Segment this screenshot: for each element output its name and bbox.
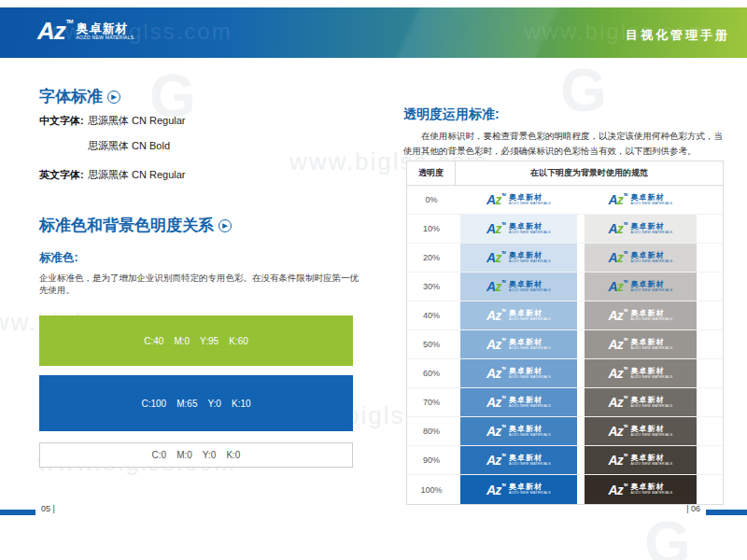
- transparency-percent: 20%: [407, 244, 456, 272]
- logo-sample-swatch: AzTM奥卓新材AOZO NEW MATERIALS: [585, 475, 697, 504]
- brand-logo: AzTM奥卓新材AOZO NEW MATERIALS: [609, 251, 673, 264]
- table-row: 30%AzTM奥卓新材AOZO NEW MATERIALSAzTM奥卓新材AOZ…: [407, 273, 723, 301]
- brand-logo: AzTM奥卓新材AOZO NEW MATERIALS: [609, 396, 673, 409]
- logo-name-cn: 奥卓新材: [509, 339, 551, 346]
- logo-sample-swatch: AzTM奥卓新材AOZO NEW MATERIALS: [585, 244, 697, 272]
- logo-mark: AzTM: [609, 396, 627, 409]
- table-row: 10%AzTM奥卓新材AOZO NEW MATERIALSAzTM奥卓新材AOZ…: [407, 215, 723, 244]
- logo-tm: TM: [624, 309, 627, 313]
- logo-tm: TM: [501, 367, 505, 371]
- table-header-row: 透明度 在以下明度为背景时使用的规范: [407, 161, 723, 186]
- logo-sample-swatch: AzTM奥卓新材AOZO NEW MATERIALS: [460, 388, 577, 416]
- logo-mark: AzTM: [486, 454, 505, 467]
- logo-sample-swatch: AzTM奥卓新材AOZO NEW MATERIALS: [460, 475, 577, 504]
- logo-name-en: AOZO NEW MATERIALS: [630, 260, 672, 264]
- brand-logo: AzTM奥卓新材AOZO NEW MATERIALS: [486, 280, 551, 293]
- logo-tm: TM: [501, 280, 505, 284]
- logo-sample-swatch: AzTM奥卓新材AOZO NEW MATERIALS: [460, 301, 577, 329]
- logo-name-cn: 奥卓新材: [630, 310, 672, 317]
- cmyk-value: C:40 M:0 Y:95 K:60: [144, 336, 248, 346]
- header-bar: www.biglss.com www.biglss.com AzTM奥卓新材AO…: [0, 7, 747, 58]
- logo-mark: AzTM: [609, 454, 627, 467]
- brand-logo: AzTM奥卓新材AOZO NEW MATERIALS: [486, 309, 551, 322]
- color-swatch-white: C:0 M:0 Y:0 K:0: [39, 442, 353, 468]
- logo-mark: AzTM: [609, 338, 627, 351]
- brand-logo: AzTM奥卓新材AOZO NEW MATERIALS: [609, 367, 673, 380]
- transparency-table: 透明度 在以下明度为背景时使用的规范 0%AzTM奥卓新材AOZO NEW MA…: [406, 161, 724, 505]
- logo-name-cn: 奥卓新材: [509, 252, 551, 259]
- logo-tm: TM: [624, 338, 627, 342]
- logo-name-en: AOZO NEW MATERIALS: [630, 376, 672, 380]
- logo-name-en: AOZO NEW MATERIALS: [76, 35, 134, 40]
- logo-tm: TM: [501, 396, 505, 399]
- play-icon: ▶: [107, 91, 120, 104]
- watermark-logo-icon: G: [644, 509, 691, 560]
- transparency-percent: 50%: [407, 330, 456, 358]
- logo-mark: AzTM: [609, 193, 627, 206]
- font-label-en: 英文字体:: [39, 168, 88, 182]
- logo-tm: TM: [624, 425, 627, 428]
- table-row: 40%AzTM奥卓新材AOZO NEW MATERIALSAzTM奥卓新材AOZ…: [407, 301, 723, 330]
- table-row: 90%AzTM奥卓新材AOZO NEW MATERIALSAzTM奥卓新材AOZ…: [407, 446, 723, 475]
- font-value: 思源黑体 CN Regular: [88, 169, 186, 180]
- cmyk-value: C:100 M:65 Y:0 K:10: [141, 399, 250, 409]
- font-value: 思源黑体 CN Regular: [88, 115, 186, 126]
- logo-sample-swatch: AzTM奥卓新材AOZO NEW MATERIALS: [585, 359, 697, 387]
- logo-mark: AzTM: [609, 222, 627, 235]
- logo-name-en: AOZO NEW MATERIALS: [509, 347, 551, 351]
- logo-name-en: AOZO NEW MATERIALS: [509, 231, 551, 235]
- logo-name-cn: 奥卓新材: [509, 455, 551, 462]
- logo-name-cn: 奥卓新材: [630, 339, 672, 346]
- brand-logo: AzTM奥卓新材AOZO NEW MATERIALS: [486, 454, 551, 467]
- table-row: 20%AzTM奥卓新材AOZO NEW MATERIALSAzTM奥卓新材AOZ…: [407, 244, 723, 273]
- logo-name-en: AOZO NEW MATERIALS: [509, 318, 551, 322]
- logo-mark: AzTM: [609, 483, 627, 497]
- section-title-colors: 标准色和背景色明度关系 ▶: [39, 215, 232, 236]
- logo-name-cn: 奥卓新材: [630, 194, 672, 202]
- brand-logo: AzTM奥卓新材AOZO NEW MATERIALS: [486, 222, 551, 235]
- logo-mark: AzTM: [609, 280, 627, 293]
- table-row: 50%AzTM奥卓新材AOZO NEW MATERIALSAzTM奥卓新材AOZ…: [407, 330, 723, 359]
- logo-name-en: AOZO NEW MATERIALS: [509, 260, 551, 264]
- subsection-title: 标准色:: [39, 250, 78, 266]
- footer-bar-left: [0, 510, 35, 515]
- logo-name-cn: 奥卓新材: [630, 368, 672, 375]
- logo-sample-swatch: AzTM奥卓新材AOZO NEW MATERIALS: [460, 215, 577, 243]
- logo-name-en: AOZO NEW MATERIALS: [509, 203, 551, 206]
- logo-tm: TM: [624, 454, 627, 457]
- logo-name-cn: 奥卓新材: [509, 426, 551, 433]
- logo-tm: TM: [501, 454, 505, 457]
- font-row-cn: 中文字体:思源黑体 CN Regular: [39, 114, 186, 128]
- logo-mark: AzTM: [486, 309, 505, 322]
- logo-tm: TM: [501, 309, 505, 313]
- logo-name-en: AOZO NEW MATERIALS: [509, 376, 551, 380]
- logo-mark: AzTM: [609, 309, 627, 322]
- logo-tm: TM: [501, 338, 505, 342]
- cmyk-value: C:0 M:0 Y:0 K:0: [152, 450, 241, 460]
- logo-name-en: AOZO NEW MATERIALS: [630, 463, 672, 467]
- brand-logo: AzTM奥卓新材AOZO NEW MATERIALS: [486, 338, 551, 351]
- standard-color-description: 企业标准色，是为了增加企业识别而特定的专用色彩。在没有条件限制时应第一优先使用。: [39, 273, 366, 297]
- brand-logo: AzTM奥卓新材AOZO NEW MATERIALS: [486, 483, 551, 497]
- brand-logo: AzTM奥卓新材AOZO NEW MATERIALS: [486, 193, 551, 206]
- logo-tm: TM: [501, 425, 505, 428]
- logo-name-en: AOZO NEW MATERIALS: [630, 318, 672, 322]
- logo-tm: TM: [66, 19, 73, 24]
- logo-name-en: AOZO NEW MATERIALS: [509, 492, 551, 496]
- brand-logo: AzTM奥卓新材AOZO NEW MATERIALS: [609, 222, 673, 235]
- logo-tm: TM: [624, 251, 627, 255]
- logo-tm: TM: [624, 280, 627, 284]
- logo-sample-swatch: AzTM奥卓新材AOZO NEW MATERIALS: [585, 446, 697, 474]
- logo-name-cn: 奥卓新材: [630, 397, 672, 404]
- font-label-cn: 中文字体:: [39, 114, 88, 128]
- table-row: 60%AzTM奥卓新材AOZO NEW MATERIALSAzTM奥卓新材AOZ…: [407, 359, 723, 388]
- logo-name-cn: 奥卓新材: [509, 194, 551, 202]
- logo-name-en: AOZO NEW MATERIALS: [509, 405, 551, 409]
- logo-name-cn: 奥卓新材: [630, 281, 672, 288]
- logo-tm: TM: [501, 483, 505, 487]
- logo-sample-swatch: AzTM奥卓新材AOZO NEW MATERIALS: [585, 301, 697, 329]
- logo-mark: AzTM: [486, 280, 505, 293]
- table-body: 0%AzTM奥卓新材AOZO NEW MATERIALSAzTM奥卓新材AOZO…: [407, 186, 723, 504]
- brand-logo: AzTM奥卓新材AOZO NEW MATERIALS: [609, 193, 673, 206]
- logo-name-en: AOZO NEW MATERIALS: [630, 492, 672, 496]
